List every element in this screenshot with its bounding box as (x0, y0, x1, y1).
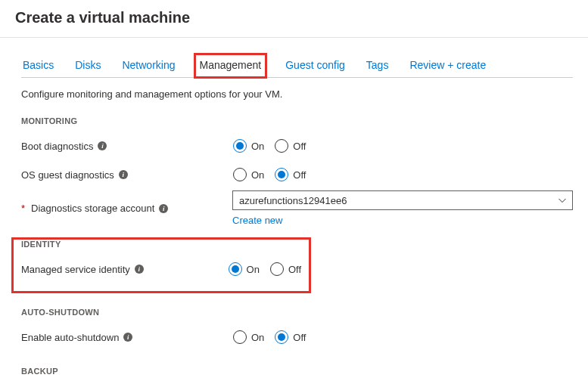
label-boot-diagnostics: Boot diagnostics (21, 141, 93, 152)
radio-os-guest: On Off (233, 168, 306, 181)
select-storage-value: azurefunctions12941ee6 (239, 195, 347, 206)
radio-label: Off (293, 169, 306, 181)
label-enable-auto-shutdown: Enable auto-shutdown (21, 332, 119, 343)
section-monitoring: MONITORING (21, 116, 573, 125)
radio-boot-diagnostics: On Off (233, 139, 306, 153)
tabs: Basics Disks Networking Management Guest… (21, 54, 573, 78)
radio-msi-on[interactable]: On (229, 262, 260, 276)
radio-label: On (247, 264, 260, 275)
tab-guest-config[interactable]: Guest config (284, 54, 347, 77)
info-icon[interactable]: i (119, 170, 128, 179)
radio-boot-diag-off[interactable]: Off (275, 139, 306, 153)
radio-auto-shutdown-off[interactable]: Off (275, 330, 306, 344)
info-icon[interactable]: i (123, 333, 132, 342)
radio-label: On (251, 332, 264, 343)
section-auto-shutdown: AUTO-SHUTDOWN (21, 308, 573, 317)
radio-label: Off (288, 264, 301, 275)
tab-description: Configure monitoring and management opti… (21, 88, 573, 100)
link-create-new[interactable]: Create new (232, 215, 282, 226)
section-identity: IDENTITY (21, 240, 301, 249)
page-title: Create a virtual machine (0, 0, 588, 38)
select-storage-account[interactable]: azurefunctions12941ee6 (232, 190, 573, 210)
radio-auto-shutdown: On Off (233, 330, 306, 344)
label-managed-service-identity: Managed service identity (21, 264, 130, 275)
info-icon[interactable]: i (159, 204, 168, 213)
tab-basics[interactable]: Basics (21, 54, 55, 77)
tab-review-create[interactable]: Review + create (408, 54, 487, 77)
label-os-guest-diagnostics: OS guest diagnostics (21, 169, 114, 181)
required-marker: * (21, 203, 25, 214)
tab-management[interactable]: Management (195, 54, 266, 77)
row-enable-auto-shutdown: Enable auto-shutdown i On Off (21, 324, 573, 350)
tab-networking[interactable]: Networking (120, 54, 176, 77)
radio-os-guest-on[interactable]: On (233, 168, 264, 181)
chevron-down-icon (558, 199, 566, 203)
radio-label: On (251, 169, 264, 181)
radio-label: On (251, 141, 264, 152)
row-enable-backup: Enable backup i On Off (21, 383, 573, 387)
row-storage-account: * Diagnostics storage account i azurefun… (21, 190, 573, 226)
tab-disks[interactable]: Disks (73, 54, 102, 77)
radio-label: Off (293, 332, 306, 343)
row-os-guest-diagnostics: OS guest diagnostics i On Off (21, 162, 573, 187)
identity-highlight-box: IDENTITY Managed service identity i On O… (14, 240, 309, 291)
info-icon[interactable]: i (135, 265, 144, 274)
label-storage-account: Diagnostics storage account (31, 203, 154, 214)
info-icon[interactable]: i (98, 141, 107, 150)
radio-os-guest-off[interactable]: Off (275, 168, 306, 181)
radio-msi-off[interactable]: Off (270, 262, 301, 276)
radio-boot-diag-on[interactable]: On (233, 139, 264, 153)
row-managed-service-identity: Managed service identity i On Off (21, 256, 301, 282)
tab-tags[interactable]: Tags (365, 54, 390, 77)
section-backup: BACKUP (21, 367, 573, 376)
radio-auto-shutdown-on[interactable]: On (233, 330, 264, 344)
radio-msi: On Off (229, 262, 301, 276)
radio-label: Off (293, 141, 306, 152)
row-boot-diagnostics: Boot diagnostics i On Off (21, 133, 573, 159)
